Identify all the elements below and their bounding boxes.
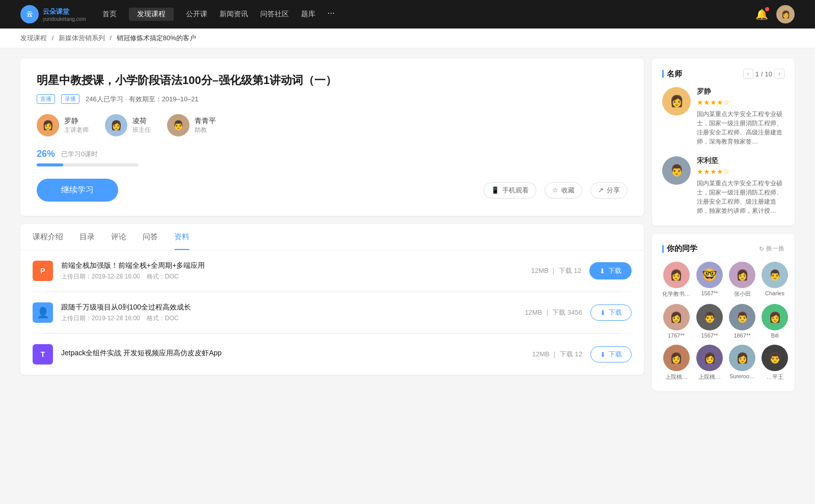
classmate-4[interactable]: 👨 Charles	[762, 262, 788, 298]
breadcrumb-item-2[interactable]: 新媒体营销系列	[59, 34, 105, 42]
tabs-nav: 课程介绍 目录 评论 问答 资料	[20, 224, 644, 250]
classmate-1[interactable]: 👩 化学教书…	[662, 262, 690, 298]
refresh-button[interactable]: ↻ 换一换	[759, 244, 784, 253]
classmate-name-3: 张小田	[734, 290, 751, 298]
nav-item-quiz[interactable]: 题库	[301, 8, 315, 21]
user-avatar[interactable]: 👩	[776, 5, 795, 23]
download-label-3: 下载	[609, 350, 622, 359]
teacher-item-1: 👩 罗静 主讲老师	[37, 114, 89, 136]
progress-bar-bg	[37, 163, 139, 166]
teacher-avatar-3: 👨	[167, 114, 189, 136]
tab-catalog[interactable]: 目录	[79, 224, 95, 250]
breadcrumb-item-1[interactable]: 发现课程	[20, 34, 47, 42]
classmate-12[interactable]: 👨 …平王	[762, 345, 788, 381]
sidebar-teacher-name-1: 罗静	[697, 87, 784, 96]
page-next[interactable]: ›	[774, 69, 784, 79]
progress-section: 26% 已学习0课时	[37, 149, 628, 166]
classmate-name-5: 1767**	[668, 332, 685, 339]
resource-info-1: 前端全栈加强版！前端全栈+全周期+多端应用 上传日期：2019-12-28 16…	[61, 261, 523, 281]
classmate-5[interactable]: 👩 1767**	[662, 304, 690, 339]
classmate-name-9: 上院桃…	[665, 373, 688, 381]
page-current: 1	[755, 70, 759, 78]
classmates-title: 你的同学	[662, 244, 697, 254]
classmate-name-12: …平王	[767, 373, 783, 381]
progress-label: 已学习0课时	[61, 150, 98, 159]
download-label-1: 下载	[608, 266, 621, 275]
nav-item-qa[interactable]: 问答社区	[260, 8, 289, 21]
mobile-watch-button[interactable]: 📱 手机观看	[483, 182, 536, 199]
nav-item-open[interactable]: 公开课	[186, 8, 207, 21]
classmate-avatar-12: 👨	[762, 345, 788, 371]
resource-item-3: T Jetpack全组件实战 开发短视频应用高仿皮皮虾App 12MB ｜ 下载…	[33, 334, 632, 375]
classmate-avatar-2: 🤓	[696, 262, 723, 288]
resource-stats-2: 12MB ｜ 下载 3456	[525, 308, 582, 317]
tabs-section: 课程介绍 目录 评论 问答 资料 P 前端全栈加强版！前端全栈+全周期+多端应用…	[20, 224, 644, 375]
resource-list: P 前端全栈加强版！前端全栈+全周期+多端应用 上传日期：2019-12-28 …	[20, 250, 644, 375]
classmate-11[interactable]: 👩 Sureroo…	[729, 345, 755, 381]
share-button[interactable]: ↗ 分享	[590, 182, 628, 199]
collect-button[interactable]: ☆ 收藏	[545, 182, 582, 199]
download-button-1[interactable]: ⬇ 下载	[589, 262, 632, 279]
course-title: 明星中教授课，小学阶段语法100分–强化级第1讲动词（一）	[37, 73, 628, 88]
resource-meta-2: 上传日期：2019-12-28 16:00 格式：DOC	[61, 314, 517, 323]
classmate-name-2: 1567**	[701, 290, 718, 296]
sidebar-teacher-stars-2: ★★★★☆	[697, 167, 784, 176]
tab-review[interactable]: 评论	[111, 224, 126, 250]
classmate-3[interactable]: 👩 张小田	[729, 262, 755, 298]
resource-stats-3: 12MB ｜ 下载 12	[532, 350, 582, 359]
classmate-8[interactable]: 👩 Bill	[762, 304, 788, 339]
teachers-card-header: 名师 ‹ 1/10 ›	[662, 69, 784, 79]
continue-button[interactable]: 继续学习	[37, 179, 118, 202]
progress-pct: 26%	[37, 149, 55, 159]
mobile-label: 手机观看	[502, 186, 529, 195]
resource-meta-1: 上传日期：2019-12-28 16:00 格式：DOC	[61, 272, 523, 281]
course-meta: 直播 录播 246人已学习 · 有效期至：2019–10–21	[37, 94, 628, 104]
classmate-9[interactable]: 👩 上院桃…	[662, 345, 690, 381]
classmate-name-8: Bill	[771, 332, 779, 339]
course-card: 明星中教授课，小学阶段语法100分–强化级第1讲动词（一） 直播 录播 246人…	[20, 59, 644, 216]
classmates-header: 你的同学 ↻ 换一换	[662, 244, 784, 254]
nav-item-news[interactable]: 新闻资讯	[220, 8, 248, 21]
download-button-2[interactable]: ⬇ 下载	[590, 304, 632, 321]
classmate-avatar-11: 👩	[729, 345, 755, 371]
pagination-ctrl: ‹ 1/10 ›	[743, 69, 784, 79]
classmates-grid: 👩 化学教书… 🤓 1567** 👩 张小田 👨 Charles 👩	[662, 262, 784, 381]
classmate-2[interactable]: 🤓 1567**	[696, 262, 723, 298]
sidebar-teacher-2: 👨 宋利坚 ★★★★☆ 国内某重点大学安全工程专业硕士，国家一级注册消防工程师、…	[662, 156, 784, 215]
download-button-3[interactable]: ⬇ 下载	[590, 346, 632, 362]
teacher-name-2: 凌荷	[132, 117, 151, 126]
classmate-7[interactable]: 👨 1867**	[729, 304, 755, 339]
classmate-6[interactable]: 👨 1567**	[696, 304, 723, 339]
bell-icon[interactable]: 🔔	[755, 8, 768, 20]
teacher-role-1: 主讲老师	[64, 126, 89, 134]
bell-dot	[765, 7, 769, 11]
classmate-name-11: Sureroo…	[729, 373, 755, 379]
download-icon-3: ⬇	[600, 351, 606, 358]
teachers: 👩 罗静 主讲老师 👩 凌荷 班主任 👨 青青平	[37, 114, 628, 136]
classmate-avatar-3: 👩	[729, 262, 755, 288]
tab-resources[interactable]: 资料	[174, 224, 189, 250]
resource-icon-2: 👤	[33, 302, 53, 323]
resource-info-3: Jetpack全组件实战 开发短视频应用高仿皮皮虾App	[61, 349, 524, 360]
classmate-name-7: 1867**	[734, 332, 750, 339]
tab-intro[interactable]: 课程介绍	[33, 224, 63, 250]
breadcrumb-item-3[interactable]: 销冠修炼术搞定80%的客户	[117, 34, 196, 42]
nav-item-discover[interactable]: 发现课程	[129, 8, 174, 21]
teachers-card: 名师 ‹ 1/10 › 👩 罗静 ★★★★☆ 国内某重点大学安全工程专业硕士，国…	[652, 59, 795, 226]
teacher-item-3: 👨 青青平 助教	[167, 114, 216, 136]
progress-bar-fill	[37, 163, 63, 166]
teacher-info-1: 罗静 主讲老师	[64, 117, 89, 134]
nav-item-home[interactable]: 首页	[102, 8, 117, 21]
classmate-name-4: Charles	[765, 290, 784, 296]
teacher-name-3: 青青平	[195, 117, 216, 126]
classmate-10[interactable]: 👩 上院桃…	[696, 345, 723, 381]
logo[interactable]: 云 云朵课堂 yundouketang.com	[20, 5, 86, 23]
sidebar-teacher-name-2: 宋利坚	[697, 156, 784, 165]
nav-more[interactable]: ···	[328, 8, 335, 21]
teacher-role-2: 班主任	[132, 126, 151, 134]
logo-icon: 云	[20, 5, 39, 23]
tab-qa[interactable]: 问答	[143, 224, 158, 250]
classmate-avatar-9: 👩	[663, 345, 690, 371]
collect-label: 收藏	[561, 186, 575, 195]
page-prev[interactable]: ‹	[743, 69, 753, 79]
